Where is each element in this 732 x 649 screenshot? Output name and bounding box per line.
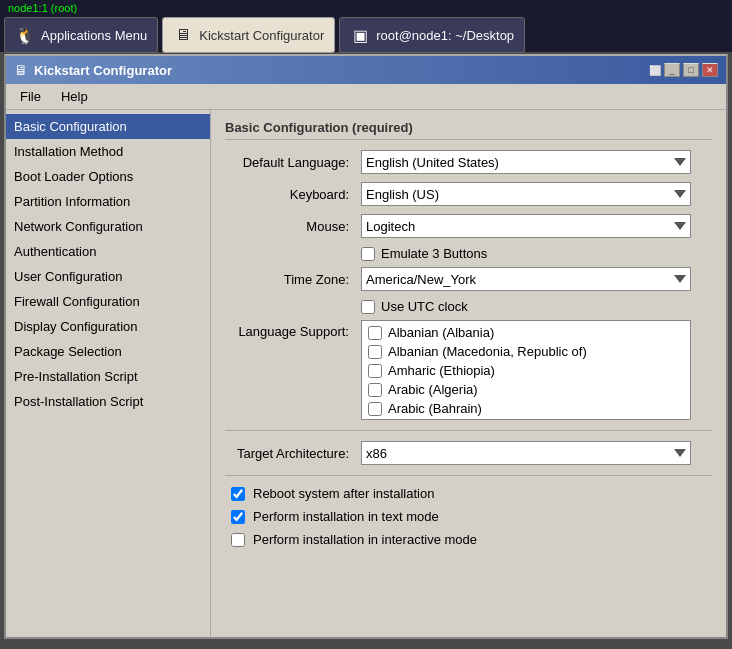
bottom-checks: Reboot system after installation Perform… [225, 486, 712, 547]
sidebar-item-partition-information[interactable]: Partition Information [6, 189, 210, 214]
reboot-row: Reboot system after installation [231, 486, 712, 501]
applications-menu-button[interactable]: 🐧 Applications Menu [4, 17, 158, 53]
target-arch-row: Target Architecture: x86 x86_64 ppc s390 [225, 441, 712, 465]
keyboard-row: Keyboard: English (US) English (UK) Fren… [225, 182, 712, 206]
mouse-label: Mouse: [225, 219, 355, 234]
text-mode-row: Perform installation in text mode [231, 509, 712, 524]
text-mode-checkbox[interactable] [231, 510, 245, 524]
emulate-3-buttons-checkbox[interactable] [361, 247, 375, 261]
emulate-3-buttons-row: Emulate 3 Buttons [225, 246, 712, 261]
language-support-label: Language Support: [225, 320, 355, 339]
target-arch-select[interactable]: x86 x86_64 ppc s390 [361, 441, 691, 465]
content-area: Basic Configuration Installation Method … [6, 110, 726, 637]
maximize-button[interactable]: □ [683, 63, 699, 77]
sidebar-item-display-configuration[interactable]: Display Configuration [6, 314, 210, 339]
language-support-row: Language Support: Albanian (Albania) Alb… [225, 320, 712, 420]
language-support-list[interactable]: Albanian (Albania) Albanian (Macedonia, … [361, 320, 691, 420]
reboot-checkbox[interactable] [231, 487, 245, 501]
lang-item-arabic-algeria[interactable]: Arabic (Algeria) [364, 380, 688, 399]
window-titlebar: 🖥 Kickstart Configurator ⬜ _ □ ✕ [6, 56, 726, 84]
emulate-3-buttons-label: Emulate 3 Buttons [381, 246, 487, 261]
divider-2 [225, 475, 712, 476]
lang-item-albanian-albania[interactable]: Albanian (Albania) [364, 323, 688, 342]
lang-item-albanian-macedonia[interactable]: Albanian (Macedonia, Republic of) [364, 342, 688, 361]
sidebar-item-authentication[interactable]: Authentication [6, 239, 210, 264]
mouse-select[interactable]: Logitech Generic 3 Button Mouse Generic … [361, 214, 691, 238]
kickstart-configurator-button[interactable]: 🖥 Kickstart Configurator [162, 17, 335, 53]
lang-checkbox-arabic-algeria[interactable] [368, 383, 382, 397]
keyboard-select[interactable]: English (US) English (UK) French [361, 182, 691, 206]
window-title: Kickstart Configurator [34, 63, 172, 78]
taskbar: node1:1 (root) 🐧 Applications Menu 🖥 Kic… [0, 0, 732, 52]
menubar: File Help [6, 84, 726, 110]
default-language-row: Default Language: English (United States… [225, 150, 712, 174]
timezone-select[interactable]: America/New_York America/Chicago America… [361, 267, 691, 291]
sidebar-item-firewall-configuration[interactable]: Firewall Configuration [6, 289, 210, 314]
lang-checkbox-amharic-ethiopia[interactable] [368, 364, 382, 378]
apps-icon: 🐧 [15, 25, 35, 45]
kickstart-window: 🖥 Kickstart Configurator ⬜ _ □ ✕ File He… [4, 54, 728, 639]
lang-item-amharic-ethiopia[interactable]: Amharic (Ethiopia) [364, 361, 688, 380]
menu-help[interactable]: Help [53, 87, 96, 106]
window-controls: ⬜ _ □ ✕ [649, 63, 718, 77]
sidebar-item-boot-loader-options[interactable]: Boot Loader Options [6, 164, 210, 189]
interactive-mode-row: Perform installation in interactive mode [231, 532, 712, 547]
use-utc-label: Use UTC clock [381, 299, 468, 314]
resize-icon: ⬜ [649, 65, 661, 76]
sidebar-item-basic-configuration[interactable]: Basic Configuration [6, 114, 210, 139]
timezone-row: Time Zone: America/New_York America/Chic… [225, 267, 712, 291]
lang-checkbox-albanian-albania[interactable] [368, 326, 382, 340]
sidebar: Basic Configuration Installation Method … [6, 110, 211, 637]
minimize-button[interactable]: _ [664, 63, 680, 77]
lang-item-arabic-bahrain[interactable]: Arabic (Bahrain) [364, 399, 688, 418]
sidebar-item-user-configuration[interactable]: User Configuration [6, 264, 210, 289]
section-title: Basic Configuration (required) [225, 120, 712, 140]
mouse-row: Mouse: Logitech Generic 3 Button Mouse G… [225, 214, 712, 238]
keyboard-label: Keyboard: [225, 187, 355, 202]
use-utc-checkbox[interactable] [361, 300, 375, 314]
sidebar-item-post-installation-script[interactable]: Post-Installation Script [6, 389, 210, 414]
terminal-icon: ▣ [350, 25, 370, 45]
default-language-label: Default Language: [225, 155, 355, 170]
timezone-label: Time Zone: [225, 272, 355, 287]
lang-checkbox-albanian-macedonia[interactable] [368, 345, 382, 359]
sidebar-item-pre-installation-script[interactable]: Pre-Installation Script [6, 364, 210, 389]
divider-1 [225, 430, 712, 431]
target-arch-label: Target Architecture: [225, 446, 355, 461]
vm-label: node1:1 (root) [8, 2, 77, 14]
root-desktop-button[interactable]: ▣ root@node1: ~/Desktop [339, 17, 525, 53]
close-button[interactable]: ✕ [702, 63, 718, 77]
window-icon: 🖥 [14, 62, 28, 78]
sidebar-item-installation-method[interactable]: Installation Method [6, 139, 210, 164]
sidebar-item-package-selection[interactable]: Package Selection [6, 339, 210, 364]
default-language-select[interactable]: English (United States) Spanish French G… [361, 150, 691, 174]
lang-checkbox-arabic-bahrain[interactable] [368, 402, 382, 416]
text-mode-label: Perform installation in text mode [253, 509, 439, 524]
menu-file[interactable]: File [12, 87, 49, 106]
use-utc-row: Use UTC clock [225, 299, 712, 314]
interactive-mode-label: Perform installation in interactive mode [253, 532, 477, 547]
interactive-mode-checkbox[interactable] [231, 533, 245, 547]
main-panel: Basic Configuration (required) Default L… [211, 110, 726, 637]
kickstart-icon: 🖥 [173, 25, 193, 45]
lang-item-arabic-egypt[interactable]: Arabic (Egypt) [364, 418, 688, 420]
reboot-label: Reboot system after installation [253, 486, 434, 501]
sidebar-item-network-configuration[interactable]: Network Configuration [6, 214, 210, 239]
